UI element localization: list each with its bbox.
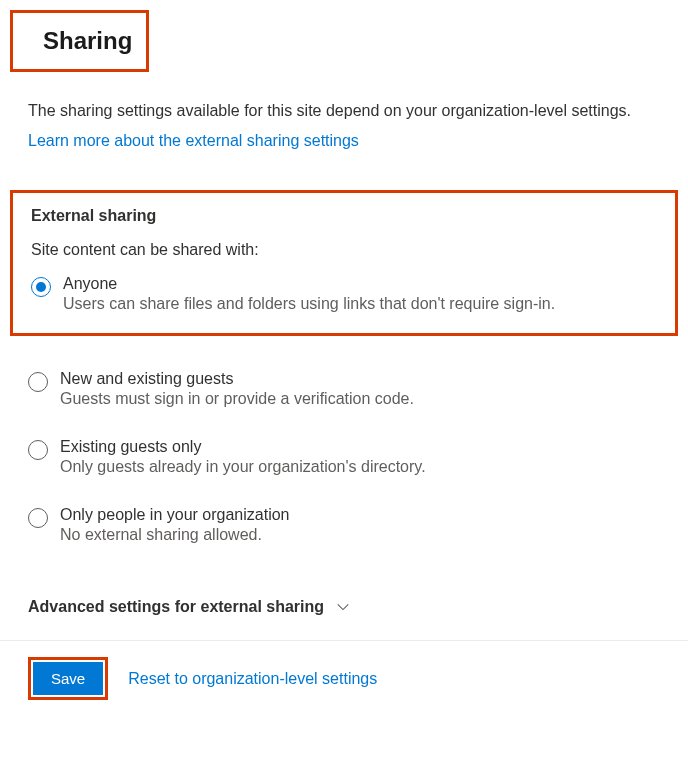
radio-label: Existing guests only <box>60 438 426 456</box>
intro-text: The sharing settings available for this … <box>28 102 688 120</box>
radio-options-rest: New and existing guests Guests must sign… <box>0 356 688 544</box>
radio-label: Only people in your organization <box>60 506 289 524</box>
radio-description: Guests must sign in or provide a verific… <box>60 390 414 408</box>
advanced-settings-label: Advanced settings for external sharing <box>28 598 324 616</box>
external-sharing-highlight: External sharing Site content can be sha… <box>10 190 678 336</box>
radio-description: Only guests already in your organization… <box>60 458 426 476</box>
radio-option-anyone[interactable]: Anyone Users can share files and folders… <box>31 275 657 313</box>
save-button[interactable]: Save <box>33 662 103 695</box>
radio-label: New and existing guests <box>60 370 414 388</box>
chevron-down-icon <box>336 600 350 614</box>
radio-button-icon[interactable] <box>28 440 48 460</box>
radio-option-only-org[interactable]: Only people in your organization No exte… <box>28 506 660 544</box>
radio-description: Users can share files and folders using … <box>63 295 555 313</box>
reset-link[interactable]: Reset to organization-level settings <box>128 670 377 688</box>
learn-more-link[interactable]: Learn more about the external sharing se… <box>28 132 359 149</box>
radio-button-icon[interactable] <box>28 372 48 392</box>
save-button-highlight: Save <box>28 657 108 700</box>
radio-description: No external sharing allowed. <box>60 526 289 544</box>
footer-actions: Save Reset to organization-level setting… <box>0 640 688 700</box>
external-sharing-subtext: Site content can be shared with: <box>31 241 657 259</box>
radio-option-new-existing-guests[interactable]: New and existing guests Guests must sign… <box>28 370 660 408</box>
page-title: Sharing <box>10 10 149 72</box>
radio-option-existing-guests[interactable]: Existing guests only Only guests already… <box>28 438 660 476</box>
radio-button-icon[interactable] <box>28 508 48 528</box>
radio-button-icon[interactable] <box>31 277 51 297</box>
external-sharing-heading: External sharing <box>31 207 657 225</box>
intro-block: The sharing settings available for this … <box>0 72 688 150</box>
advanced-settings-toggle[interactable]: Advanced settings for external sharing <box>0 574 688 616</box>
radio-label: Anyone <box>63 275 555 293</box>
